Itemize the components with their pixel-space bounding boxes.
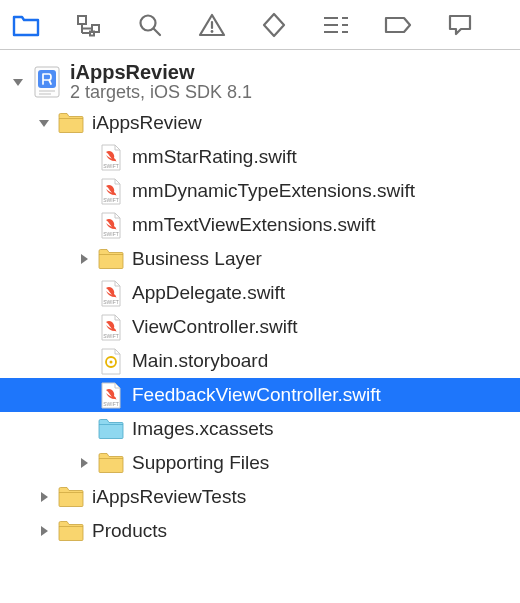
svg-rect-0 [78,16,86,24]
svg-point-9 [211,30,214,33]
issue-navigator-icon[interactable] [192,5,232,45]
project-header-text: iAppsReview2 targets, iOS SDK 8.1 [70,61,252,103]
breakpoint-navigator-icon[interactable] [378,5,418,45]
project-navigator-icon[interactable] [6,5,46,45]
swift-file-icon [98,144,124,170]
disclosure-triangle-icon[interactable] [36,489,52,505]
svg-rect-5 [90,31,94,35]
folder-icon [58,518,84,544]
tree-row-viewcontroller-swift[interactable]: ViewController.swift [0,310,520,344]
swift-file-icon [98,314,124,340]
swift-file-icon [98,280,124,306]
project-name: iAppsReview [70,61,252,83]
tree-item-label: iAppsReviewTests [92,486,246,508]
tree-item-label: Business Layer [132,248,262,270]
project-navigator-tree: iAppsReview2 targets, iOS SDK 8.1iAppsRe… [0,50,520,548]
assets-folder-icon [98,416,124,442]
xcode-project-icon [32,64,62,100]
folder-icon [98,450,124,476]
tree-row-business-layer[interactable]: Business Layer [0,242,520,276]
swift-file-icon [98,178,124,204]
disclosure-triangle-icon[interactable] [36,523,52,539]
tree-row-appdelegate-swift[interactable]: AppDelegate.swift [0,276,520,310]
svg-line-7 [154,28,161,35]
tree-row-mmstarrating-swift[interactable]: mmStarRating.swift [0,140,520,174]
tree-item-label: mmDynamicTypeExtensions.swift [132,180,415,202]
storyboard-file-icon [98,348,124,374]
debug-navigator-icon[interactable] [316,5,356,45]
tree-row-main-storyboard[interactable]: Main.storyboard [0,344,520,378]
tree-item-label: mmTextViewExtensions.swift [132,214,376,236]
folder-icon [58,110,84,136]
disclosure-triangle-icon[interactable] [36,115,52,131]
tree-item-label: mmStarRating.swift [132,146,297,168]
tree-row-iappsreview[interactable]: iAppsReview [0,106,520,140]
disclosure-triangle-icon[interactable] [76,251,92,267]
project-subtitle: 2 targets, iOS SDK 8.1 [70,83,252,103]
tree-row-supporting-files[interactable]: Supporting Files [0,446,520,480]
tree-row-mmdynamictypeextensions-swift[interactable]: mmDynamicTypeExtensions.swift [0,174,520,208]
tree-row-mmtextviewextensions-swift[interactable]: mmTextViewExtensions.swift [0,208,520,242]
find-navigator-icon[interactable] [130,5,170,45]
tree-item-label: Images.xcassets [132,418,274,440]
folder-icon [98,246,124,272]
folder-icon [58,484,84,510]
tree-item-label: Products [92,520,167,542]
report-navigator-icon[interactable] [440,5,480,45]
test-navigator-icon[interactable] [254,5,294,45]
symbol-navigator-icon[interactable] [68,5,108,45]
tree-item-label: Main.storyboard [132,350,268,372]
swift-file-icon [98,212,124,238]
tree-item-label: AppDelegate.swift [132,282,285,304]
tree-item-label: ViewController.swift [132,316,297,338]
project-root-row[interactable]: iAppsReview2 targets, iOS SDK 8.1 [0,58,520,106]
swift-file-icon [98,382,124,408]
tree-item-label: Supporting Files [132,452,269,474]
tree-row-images-xcassets[interactable]: Images.xcassets [0,412,520,446]
disclosure-triangle-icon[interactable] [10,74,26,90]
tree-row-products[interactable]: Products [0,514,520,548]
tree-item-label: iAppsReview [92,112,202,134]
disclosure-triangle-icon[interactable] [76,455,92,471]
navigator-toolbar [0,0,520,50]
tree-row-iappsreviewtests[interactable]: iAppsReviewTests [0,480,520,514]
tree-row-feedbackviewcontroller-swift[interactable]: FeedbackViewController.swift [0,378,520,412]
tree-item-label: FeedbackViewController.swift [132,384,381,406]
